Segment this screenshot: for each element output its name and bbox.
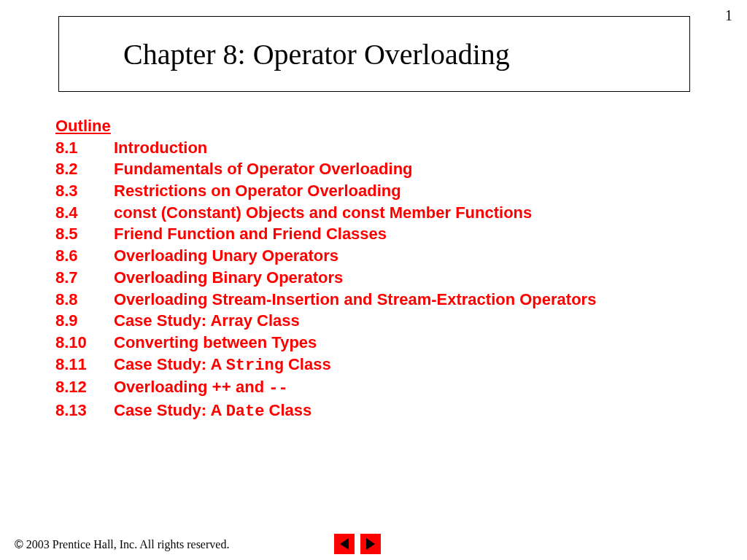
outline-item-title: Overloading ++ and -- bbox=[114, 376, 288, 400]
text: const (Constant) Objects and const Membe… bbox=[114, 203, 532, 222]
outline-item-title: Overloading Binary Operators bbox=[114, 267, 343, 289]
outline-item-title: Case Study: A Date Class bbox=[114, 400, 311, 423]
outline-item: 8.13Case Study: A Date Class bbox=[55, 400, 712, 423]
outline-item-number: 8.13 bbox=[55, 400, 114, 423]
outline-item-number: 8.3 bbox=[55, 180, 114, 202]
code-text: String bbox=[226, 357, 284, 375]
outline-item-number: 8.4 bbox=[55, 202, 114, 224]
outline-item-title: Friend Function and Friend Classes bbox=[114, 223, 387, 245]
outline-item-number: 8.1 bbox=[55, 137, 114, 159]
text: Overloading Stream-Insertion and Stream-… bbox=[114, 290, 596, 308]
outline-item: 8.10Converting between Types bbox=[55, 332, 712, 354]
text: Friend Function and Friend Classes bbox=[114, 225, 387, 243]
outline-item-title: Case Study: A String Class bbox=[114, 354, 331, 377]
outline-item: 8.6Overloading Unary Operators bbox=[55, 245, 712, 267]
arrow-left-icon bbox=[340, 538, 349, 550]
outline-item-title: Overloading Stream-Insertion and Stream-… bbox=[114, 289, 596, 311]
code-text: Date bbox=[226, 402, 265, 421]
page-number: 1 bbox=[725, 7, 732, 24]
slide-nav bbox=[334, 534, 381, 554]
outline-item-number: 8.12 bbox=[55, 376, 114, 400]
text: and bbox=[231, 378, 268, 396]
outline-item: 8.2Fundamentals of Operator Overloading bbox=[55, 158, 712, 180]
chapter-title: Chapter 8: Operator Overloading bbox=[123, 37, 510, 71]
outline-item-number: 8.5 bbox=[55, 223, 114, 245]
outline-item-title: Case Study: Array Class bbox=[114, 310, 300, 332]
outline-item-number: 8.8 bbox=[55, 289, 114, 311]
outline-item: 8.11Case Study: A String Class bbox=[55, 354, 712, 377]
outline-item-title: const (Constant) Objects and const Membe… bbox=[114, 202, 532, 224]
text: Overloading Unary Operators bbox=[114, 246, 338, 265]
outline-item-number: 8.7 bbox=[55, 267, 114, 289]
outline-item: 8.8Overloading Stream-Insertion and Stre… bbox=[55, 289, 712, 311]
text: Introduction bbox=[114, 139, 207, 157]
outline-item-number: 8.10 bbox=[55, 332, 114, 354]
code-text: -- bbox=[268, 379, 287, 397]
outline-item-number: 8.6 bbox=[55, 245, 114, 267]
title-box: Chapter 8: Operator Overloading bbox=[58, 16, 690, 92]
outline-item-title: Introduction bbox=[114, 137, 207, 159]
text: Case Study: Array Class bbox=[114, 311, 300, 330]
outline-item-title: Restrictions on Operator Overloading bbox=[114, 180, 401, 202]
outline-item-title: Fundamentals of Operator Overloading bbox=[114, 158, 413, 180]
outline-item: 8.5Friend Function and Friend Classes bbox=[55, 223, 712, 245]
outline-section: Outline 8.1Introduction8.2Fundamentals o… bbox=[55, 115, 712, 423]
outline-heading: Outline bbox=[55, 115, 712, 137]
outline-item: 8.4const (Constant) Objects and const Me… bbox=[55, 202, 712, 224]
text: Fundamentals of Operator Overloading bbox=[114, 160, 413, 178]
outline-item: 8.1Introduction bbox=[55, 137, 712, 159]
arrow-right-icon bbox=[366, 538, 375, 550]
code-text: ++ bbox=[212, 379, 231, 397]
outline-item-number: 8.2 bbox=[55, 158, 114, 180]
outline-item: 8.9Case Study: Array Class bbox=[55, 310, 712, 332]
text: Class bbox=[264, 401, 311, 419]
text: Class bbox=[284, 355, 331, 373]
outline-item-number: 8.11 bbox=[55, 354, 114, 377]
copyright-footer: © 2003 Prentice Hall, Inc. All rights re… bbox=[15, 538, 229, 551]
text: Converting between Types bbox=[114, 333, 317, 351]
outline-item: 8.12Overloading ++ and -- bbox=[55, 376, 712, 400]
next-slide-button[interactable] bbox=[360, 534, 381, 554]
text: Case Study: A bbox=[114, 355, 226, 373]
text: Overloading Binary Operators bbox=[114, 268, 343, 287]
text: Case Study: A bbox=[114, 401, 226, 419]
copyright-text: 2003 Prentice Hall, Inc. All rights rese… bbox=[23, 538, 230, 551]
copyright-symbol: © bbox=[15, 538, 23, 551]
outline-item: 8.7Overloading Binary Operators bbox=[55, 267, 712, 289]
outline-item-number: 8.9 bbox=[55, 310, 114, 332]
outline-item-title: Converting between Types bbox=[114, 332, 317, 354]
outline-item: 8.3Restrictions on Operator Overloading bbox=[55, 180, 712, 202]
prev-slide-button[interactable] bbox=[334, 534, 355, 554]
text: Restrictions on Operator Overloading bbox=[114, 182, 401, 200]
text: Overloading bbox=[114, 378, 212, 396]
outline-item-title: Overloading Unary Operators bbox=[114, 245, 338, 267]
